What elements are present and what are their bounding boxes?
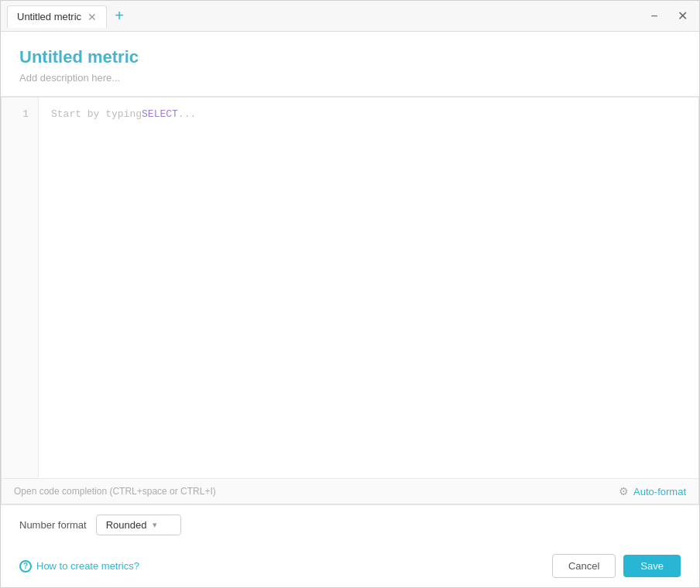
line-number-1: 1: [22, 107, 29, 123]
help-label: How to create metrics?: [36, 560, 139, 572]
save-button[interactable]: Save: [623, 555, 681, 577]
new-tab-button[interactable]: +: [108, 5, 130, 27]
metric-description[interactable]: Add description here...: [19, 72, 681, 84]
placeholder-prefix: Start by typing: [51, 107, 142, 123]
main-window: Untitled metric ✕ + − ✕ Untitled metric …: [0, 0, 700, 588]
metric-title: Untitled metric: [19, 47, 681, 67]
tab-title: Untitled metric: [17, 11, 81, 22]
footer-actions: Cancel Save: [552, 554, 681, 578]
format-selected-value: Rounded: [106, 519, 147, 531]
editor-hint: Open code completion (CTRL+space or CTRL…: [14, 486, 216, 497]
tab-close-button[interactable]: ✕: [88, 12, 97, 22]
auto-format-icon: ⚙: [619, 485, 629, 497]
chevron-down-icon: ▾: [153, 520, 157, 530]
bottom-toolbar: Number format Rounded ▾: [1, 504, 699, 545]
minimize-button[interactable]: −: [643, 5, 665, 27]
editor-body: 1 Start by typing SELECT ...: [2, 97, 698, 478]
active-tab[interactable]: Untitled metric ✕: [7, 5, 107, 28]
editor-footer: Open code completion (CTRL+space or CTRL…: [2, 478, 698, 504]
auto-format-button[interactable]: ⚙ Auto-format: [619, 485, 686, 497]
placeholder-keyword: SELECT: [142, 107, 178, 123]
metric-header: Untitled metric Add description here...: [1, 32, 699, 97]
help-icon: ?: [19, 560, 32, 573]
editor-container: 1 Start by typing SELECT ... Open code c…: [1, 97, 699, 504]
window-controls: − ✕: [643, 5, 693, 27]
title-bar: Untitled metric ✕ + − ✕: [1, 1, 699, 32]
number-format-select[interactable]: Rounded ▾: [96, 514, 181, 535]
placeholder-suffix: ...: [178, 107, 196, 123]
help-link[interactable]: ? How to create metrics?: [19, 560, 139, 573]
editor-placeholder[interactable]: Start by typing SELECT ...: [39, 97, 698, 478]
line-numbers: 1: [2, 97, 39, 478]
format-label: Number format: [19, 519, 87, 531]
auto-format-label: Auto-format: [633, 486, 686, 497]
window-close-button[interactable]: ✕: [671, 5, 693, 27]
main-content: Untitled metric Add description here... …: [1, 32, 699, 587]
footer: ? How to create metrics? Cancel Save: [1, 545, 699, 587]
cancel-button[interactable]: Cancel: [552, 554, 616, 578]
